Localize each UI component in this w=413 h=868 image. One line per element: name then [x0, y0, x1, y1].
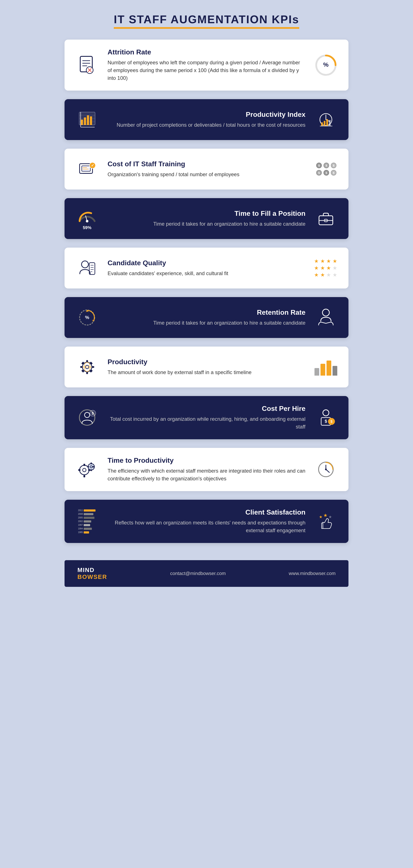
footer-logo-bowser: BOWSER — [77, 574, 107, 580]
kpi-cost-hire-card: $ Cost Per Hire Total cost incurred by a… — [65, 396, 348, 439]
candidate-right-icon: ★ ★ ★ ★ ★ ★ ★ ★ ★ ★ ★ ★ — [314, 256, 338, 280]
svg-rect-14 — [84, 118, 86, 125]
productivity-right-icon — [314, 355, 338, 379]
client-satisfaction-left-icon: 2011 2008 2005 2002 1997 — [75, 509, 99, 533]
kpi-client-satisfaction-card: 2011 2008 2005 2002 1997 — [65, 500, 348, 543]
dollar-coin-4: $ — [316, 170, 322, 176]
mini-bar-1 — [315, 368, 319, 376]
kpi-candidate-row: Candidate Quality Evaluate candidates' e… — [65, 248, 348, 288]
svg-point-67 — [323, 410, 329, 416]
svg-text:$: $ — [330, 420, 332, 423]
time-fill-desc: Time period it takes for an organization… — [107, 220, 306, 228]
svg-point-73 — [83, 468, 86, 472]
page-title-block: IT STAFF AUGMENTATION KPIs — [114, 13, 299, 29]
kpi-attrition-card: Attrition Rate Number of employees who l… — [65, 39, 348, 91]
training-text-block: Cost of IT Staff Training Organization's… — [107, 160, 306, 178]
kpi-productivity-row: Productivity The amount of work done by … — [65, 346, 348, 388]
main-title: IT STAFF AUGMENTATION KPIs — [114, 13, 299, 26]
hbar-row-6: 1994 — [76, 527, 98, 530]
retention-title: Retention Rate — [107, 308, 306, 316]
time-productivity-title: Time to Productivity — [107, 457, 306, 464]
productivity-index-title: Productivity Index — [107, 111, 306, 119]
svg-rect-82 — [87, 466, 89, 467]
dollar-coin-2: $ — [323, 163, 329, 168]
kpi-time-fill-row: 59% Time to Fill a Position Time period … — [65, 198, 348, 239]
attrition-desc: Number of employees who left the company… — [107, 59, 306, 82]
client-satisfaction-desc: Reflects how well an organization meets … — [107, 519, 306, 534]
svg-rect-60 — [90, 362, 93, 364]
title-underline — [114, 27, 299, 29]
mini-bar-3 — [326, 361, 331, 376]
svg-text:★: ★ — [323, 513, 327, 518]
kpi-training-card: ✓ Cost of IT Staff Training Organization… — [65, 149, 348, 189]
retention-text-block: Retention Rate Time period it takes for … — [107, 308, 306, 327]
footer-contact: contact@mindbowser.com — [170, 571, 226, 576]
svg-text:★: ★ — [328, 515, 332, 519]
kpi-time-fill-card: 59% Time to Fill a Position Time period … — [65, 198, 348, 239]
svg-point-50 — [322, 309, 329, 316]
mini-bar-2 — [320, 364, 325, 376]
productivity-left-icon — [75, 355, 99, 379]
client-satisfaction-title: Client Satisfaction — [107, 508, 306, 516]
svg-text:%: % — [323, 61, 329, 68]
attrition-right-icon: % — [314, 53, 338, 77]
hbar-row-3: 2005 — [76, 517, 98, 519]
retention-desc: Time period it takes for an organization… — [107, 319, 306, 327]
time-fill-right-icon — [314, 207, 338, 230]
time-fill-gauge-label: 59% — [83, 225, 91, 230]
svg-text:$: $ — [325, 419, 327, 424]
star-8: ★ — [332, 265, 338, 271]
star-5: ★ — [314, 265, 319, 271]
mini-bar-4 — [332, 366, 337, 376]
time-fill-left-icon: 59% — [75, 207, 99, 230]
attrition-title: Attrition Rate — [107, 48, 306, 56]
kpi-candidate-card: Candidate Quality Evaluate candidates' e… — [65, 248, 348, 288]
client-satisfaction-text-block: Client Satisfaction Reflects how well an… — [107, 508, 306, 534]
cost-hire-desc: Total cost incurred by an organization w… — [107, 415, 306, 431]
svg-rect-13 — [81, 120, 83, 125]
svg-point-64 — [85, 412, 90, 417]
star-1: ★ — [314, 258, 319, 264]
svg-rect-24 — [324, 121, 325, 126]
training-title: Cost of IT Staff Training — [107, 160, 306, 168]
candidate-title: Candidate Quality — [107, 259, 306, 267]
kpi-productivity-index-card: Productivity Index Number of project com… — [65, 99, 348, 140]
kpi-time-productivity-row: Time to Productivity The efficiency with… — [65, 448, 348, 491]
client-satisfaction-right-icon: ★ ★ ★ — [314, 509, 338, 533]
time-fill-title: Time to Fill a Position — [107, 210, 306, 217]
time-productivity-right-icon — [314, 458, 338, 482]
svg-text:$: $ — [92, 411, 94, 415]
productivity-text-block: Productivity The amount of work done by … — [107, 358, 306, 376]
footer: MIND BOWSER contact@mindbowser.com www.m… — [65, 560, 348, 587]
cost-hire-title: Cost Per Hire — [107, 405, 306, 412]
star-12: ★ — [332, 272, 338, 278]
dollar-coin-3: $ — [331, 163, 337, 168]
kpi-client-satisfaction-row: 2011 2008 2005 2002 1997 — [65, 500, 348, 543]
star-9: ★ — [314, 272, 319, 278]
svg-rect-80 — [91, 463, 92, 464]
cost-hire-text-block: Cost Per Hire Total cost incurred by an … — [107, 405, 306, 431]
kpi-training-row: ✓ Cost of IT Staff Training Organization… — [65, 149, 348, 189]
hbar-row-1: 2011 — [76, 509, 98, 512]
svg-rect-26 — [329, 120, 330, 126]
svg-rect-29 — [82, 166, 90, 171]
kpi-cost-hire-row: $ Cost Per Hire Total cost incurred by a… — [65, 396, 348, 439]
dollar-coin-1: $ — [316, 163, 322, 168]
footer-website: www.mindbowser.com — [289, 571, 336, 576]
dollar-coin-6: $ — [331, 170, 337, 176]
training-desc: Organization's training spend / total nu… — [107, 170, 306, 178]
svg-rect-57 — [81, 362, 84, 364]
hbar-row-4: 2002 — [76, 520, 98, 523]
training-left-icon: ✓ — [75, 157, 99, 181]
hbar-row-7: 1985 — [76, 531, 98, 533]
retention-left-icon: % — [75, 306, 99, 329]
candidate-left-icon — [75, 256, 99, 280]
time-fill-text-block: Time to Fill a Position Time period it t… — [107, 210, 306, 228]
attrition-left-icon — [75, 53, 99, 77]
star-7: ★ — [326, 265, 332, 271]
time-productivity-left-icon — [75, 458, 99, 482]
dollar-coin-5: $ — [323, 170, 329, 176]
svg-rect-15 — [87, 115, 89, 125]
productivity-title: Productivity — [107, 358, 306, 366]
star-10: ★ — [320, 272, 326, 278]
